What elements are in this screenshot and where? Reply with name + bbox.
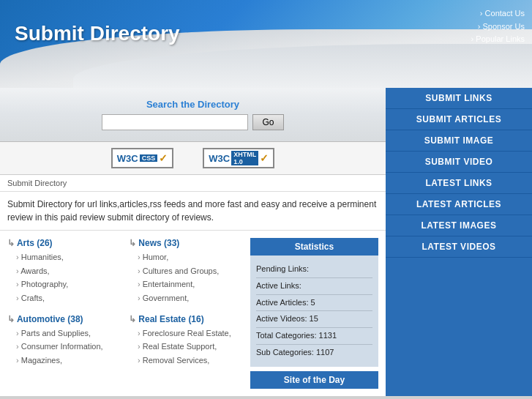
search-row: Go: [15, 114, 371, 130]
page-header: Submit Directory Contact UsSponsor UsPop…: [0, 0, 532, 88]
stat-item-3: Active Videos: 15: [256, 311, 372, 328]
xhtml-check-icon: ✓: [260, 152, 269, 164]
category-sub-3-2[interactable]: Removal Services,: [138, 354, 243, 368]
category-sub-0-1[interactable]: Awards,: [16, 264, 121, 278]
content-area: Search the Directory Go W3C CSS ✓ W3C XH…: [0, 88, 386, 396]
sidebar-item-submit-links[interactable]: SUBMIT LINKS: [386, 88, 532, 109]
category-group-3: Real Estate (16)Foreclosure Real Estate,…: [129, 314, 243, 368]
stat-item-2: Active Articles: 5: [256, 295, 372, 312]
category-sub-2-2[interactable]: Entertainment,: [138, 277, 243, 291]
stat-item-4: Total Categories: 1131: [256, 328, 372, 345]
categories-left-col: Arts (26)Humanities,Awards,Photography,C…: [7, 238, 121, 389]
search-label: Search the Directory: [15, 99, 371, 110]
category-sub-1-1[interactable]: Consumer Information,: [16, 340, 121, 354]
category-sub-0-0[interactable]: Humanities,: [16, 250, 121, 264]
category-subs-3: Foreclosure Real Estate,Real Estate Supp…: [129, 327, 243, 368]
sidebar-item-latest-articles[interactable]: LATEST ARTICLES: [386, 194, 532, 215]
css-label: CSS: [140, 154, 158, 162]
category-title-2[interactable]: News (33): [129, 238, 243, 248]
stat-item-0: Pending Links:: [256, 261, 372, 278]
category-subs-2: Humor,Cultures and Groups,Entertainment,…: [129, 250, 243, 305]
site-of-day-header: Site of the Day: [250, 371, 378, 389]
header-link-sponsor-us[interactable]: Sponsor Us: [471, 20, 525, 34]
go-button[interactable]: Go: [252, 114, 283, 130]
category-sub-1-0[interactable]: Parts and Supplies,: [16, 327, 121, 340]
stat-item-1: Active Links:: [256, 278, 372, 295]
search-input[interactable]: [102, 114, 248, 130]
stat-item-5: Sub Categories: 1107: [256, 345, 372, 361]
category-subs-1: Parts and Supplies,Consumer Information,…: [7, 327, 121, 368]
sidebar-item-latest-links[interactable]: LATEST LINKS: [386, 173, 532, 194]
stats-panel: Statistics Pending Links:Active Links:Ac…: [250, 238, 378, 389]
categories-right-col: News (33)Humor,Cultures and Groups,Enter…: [129, 238, 243, 389]
category-sub-1-2[interactable]: Magazines,: [16, 354, 121, 368]
category-sub-3-1[interactable]: Real Estate Support,: [138, 340, 243, 354]
description: Submit Directory for url links,articles,…: [0, 192, 386, 231]
category-group-0: Arts (26)Humanities,Awards,Photography,C…: [7, 238, 121, 305]
sidebar-item-submit-image[interactable]: SUBMIT IMAGE: [386, 130, 532, 152]
header-links: Contact UsSponsor UsPopular Links: [471, 7, 525, 46]
category-title-0[interactable]: Arts (26): [7, 238, 121, 248]
xhtml-label: XHTML1.0: [231, 151, 258, 165]
sidebar-item-submit-articles[interactable]: SUBMIT ARTICLES: [386, 109, 532, 130]
badges-row: W3C CSS ✓ W3C XHTML1.0 ✓: [0, 142, 386, 175]
w3c-css-badge: W3C CSS ✓: [111, 148, 173, 168]
css-check-icon: ✓: [159, 152, 168, 164]
category-sub-0-2[interactable]: Photography,: [16, 277, 121, 291]
category-title-1[interactable]: Automotive (38): [7, 314, 121, 324]
site-title: Submit Directory: [15, 22, 180, 45]
header-link-popular-links[interactable]: Popular Links: [471, 33, 525, 46]
w3c-label: W3C: [117, 153, 138, 164]
category-group-1: Automotive (38)Parts and Supplies,Consum…: [7, 314, 121, 368]
category-sub-2-1[interactable]: Cultures and Groups,: [138, 264, 243, 278]
stats-header: Statistics: [250, 238, 378, 256]
category-title-3[interactable]: Real Estate (16): [129, 314, 243, 324]
category-sub-2-3[interactable]: Government,: [138, 291, 243, 305]
category-sub-2-0[interactable]: Humor,: [138, 250, 243, 264]
category-subs-0: Humanities,Awards,Photography,Crafts,: [7, 250, 121, 305]
header-link-contact-us[interactable]: Contact Us: [471, 7, 525, 20]
right-sidebar: SUBMIT LINKSSUBMIT ARTICLESSUBMIT IMAGES…: [386, 88, 532, 396]
main-wrapper: Search the Directory Go W3C CSS ✓ W3C XH…: [0, 88, 532, 396]
sidebar-item-latest-videos[interactable]: LATEST VIDEOS: [386, 236, 532, 258]
sidebar-item-submit-video[interactable]: SUBMIT VIDEO: [386, 152, 532, 173]
breadcrumb: Submit Directory: [0, 175, 386, 192]
w3c-label-2: W3C: [209, 153, 230, 164]
sidebar-item-latest-images[interactable]: LATEST IMAGES: [386, 215, 532, 236]
w3c-xhtml-badge: W3C XHTML1.0 ✓: [203, 148, 274, 168]
categories-stats-row: Arts (26)Humanities,Awards,Photography,C…: [0, 231, 386, 396]
stats-body: Pending Links:Active Links:Active Articl…: [250, 256, 378, 367]
category-group-2: News (33)Humor,Cultures and Groups,Enter…: [129, 238, 243, 305]
category-sub-0-3[interactable]: Crafts,: [16, 291, 121, 305]
category-sub-3-0[interactable]: Foreclosure Real Estate,: [138, 327, 243, 340]
search-section: Search the Directory Go: [0, 88, 386, 142]
